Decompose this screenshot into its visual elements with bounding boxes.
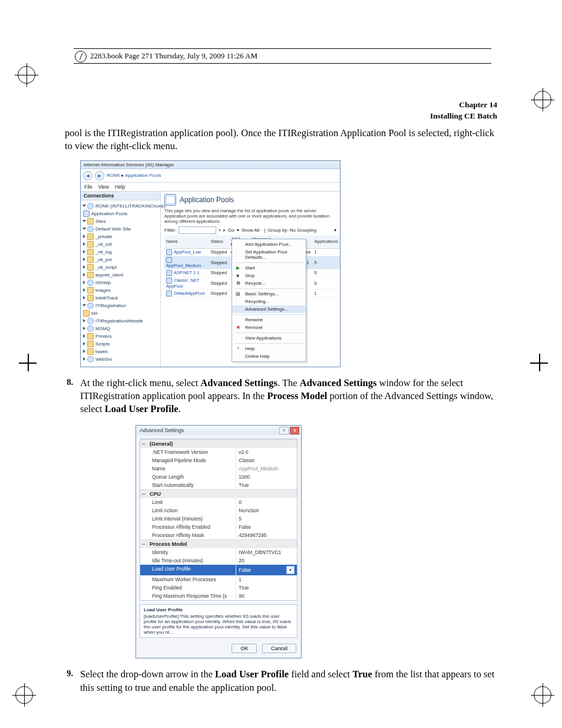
ctx-view-apps[interactable]: View Applications <box>232 334 306 342</box>
tree-node[interactable]: Scripts <box>95 341 110 347</box>
registration-mark <box>18 66 35 84</box>
prop-row[interactable]: NameAppPool_Medium <box>140 465 297 473</box>
ctx-recycle[interactable]: ♻Recycle... <box>232 279 306 287</box>
tree-server[interactable]: RONK (INTELLITRACKINC\ronk) <box>95 203 166 209</box>
tree-apppools[interactable]: Application Pools <box>91 211 127 216</box>
step-body: Select the drop-down arrow in the Load U… <box>80 668 497 694</box>
group-by-label[interactable]: Group by: No Grouping <box>267 228 316 233</box>
tree-node[interactable]: aspnet_client <box>95 272 123 278</box>
show-all-button[interactable]: Show All <box>242 228 260 233</box>
ctx-basic-settings[interactable]: ▤Basic Settings... <box>232 290 306 298</box>
tree-node[interactable]: ITIRegistration <box>95 303 126 308</box>
app-icon <box>87 356 94 363</box>
nav-forward-button[interactable]: ► <box>95 171 104 180</box>
dialog-help-button[interactable]: ? <box>279 427 289 434</box>
folder-icon <box>87 218 94 225</box>
ctx-set-defaults[interactable]: Set Application Pool Defaults... <box>232 248 306 261</box>
dialog-close-button[interactable]: ✕ <box>290 427 299 434</box>
site-icon <box>87 226 94 232</box>
crumb-leaf[interactable]: Application Pools <box>125 173 161 178</box>
tree-node[interactable]: images <box>95 288 111 293</box>
ctx-stop[interactable]: ■Stop <box>232 272 306 279</box>
tree-node[interactable]: bin <box>91 311 98 316</box>
col-status[interactable]: Status <box>209 235 229 249</box>
tree-node[interactable]: MSMQ <box>95 326 110 331</box>
app-icon <box>87 302 94 309</box>
ctx-rename[interactable]: Rename <box>232 316 306 324</box>
cancel-button[interactable]: Cancel <box>262 644 296 653</box>
registration-mark <box>534 686 551 704</box>
tree-node[interactable]: _private <box>95 234 112 239</box>
prop-row[interactable]: Queue Length1000 <box>140 473 297 481</box>
col-apps[interactable]: Applications <box>313 235 340 249</box>
server-icon <box>87 203 94 209</box>
tree-node[interactable]: _vti_log <box>95 249 112 255</box>
step-number: 9. <box>65 668 73 694</box>
nav-back-button[interactable]: ◄ <box>83 171 92 180</box>
tree-node[interactable]: WebSrv <box>95 357 112 362</box>
header-ornament-icon <box>75 51 87 62</box>
tree-node[interactable]: Printers <box>95 334 112 339</box>
nav-bar: ◄ ► RONK ▸ Application Pools <box>81 169 340 183</box>
tree-node[interactable]: IISHelp <box>95 280 111 285</box>
crumb-root[interactable]: RONK <box>107 173 120 178</box>
filter-input[interactable] <box>178 226 216 234</box>
ctx-advanced-settings[interactable]: Advanced Settings... <box>232 305 306 313</box>
menu-bar: File View Help <box>81 183 340 192</box>
tree-node[interactable]: ITIRegistrationWebsite <box>95 318 143 324</box>
prop-row[interactable]: IdentityIWAM_DBN7TVC1 <box>140 548 297 556</box>
folder-icon <box>87 272 94 278</box>
prop-row[interactable]: Processor Affinity Mask4294967295 <box>140 531 297 539</box>
play-icon: ▶ <box>235 265 241 271</box>
tree-node[interactable]: tsweb <box>95 349 108 354</box>
prop-row[interactable]: .NET Framework Versionv2.0 <box>140 448 297 456</box>
category-cpu[interactable]: CPU <box>140 489 297 498</box>
ctx-start[interactable]: ▶Start <box>232 264 306 272</box>
registration-mark <box>534 91 551 108</box>
prop-row[interactable]: Maximum Worker Processes1 <box>140 575 297 584</box>
prop-row[interactable]: Managed Pipeline ModeClassic <box>140 456 297 465</box>
breadcrumb[interactable]: RONK ▸ Application Pools <box>107 173 161 178</box>
prop-row[interactable]: Limit ActionNoAction <box>140 506 297 515</box>
dropdown-button[interactable]: ▾ <box>286 566 295 574</box>
prop-row[interactable]: Limit Interval (minutes)5 <box>140 515 297 523</box>
prop-row[interactable]: Ping Maximum Response Time (s90 <box>140 592 297 600</box>
iis-manager-screenshot: Internet Information Services (IIS) Mana… <box>80 160 340 367</box>
ctx-add-pool[interactable]: Add Application Pool... <box>232 241 306 248</box>
menu-file[interactable]: File <box>84 184 92 190</box>
prop-row-load-user-profile[interactable]: Load User Profile False▾ <box>140 565 297 575</box>
filter-label: Filter: <box>164 228 176 233</box>
folder-icon <box>87 249 94 255</box>
menu-help[interactable]: Help <box>115 184 125 190</box>
main-pane-title: Application Pools <box>180 196 234 204</box>
app-icon <box>87 318 94 324</box>
cross-mark <box>19 354 37 371</box>
tree-sites[interactable]: Sites <box>95 219 106 224</box>
ctx-online-help[interactable]: Online Help <box>232 353 306 360</box>
go-button[interactable]: Go <box>228 228 234 233</box>
category-process-model[interactable]: Process Model <box>140 539 297 548</box>
filter-row: Filter: ▾ ▸Go ▾ Show All | Group by: No … <box>164 226 340 234</box>
tree-default-site[interactable]: Default Web Site <box>95 226 131 232</box>
ok-button[interactable]: OK <box>232 644 257 653</box>
tree-node[interactable]: _vti_script <box>95 265 117 270</box>
tree-node[interactable]: _vti_cnf <box>95 242 112 247</box>
tree-node[interactable]: IntelliTrack <box>95 295 118 301</box>
book-header-text: 2283.book Page 271 Thursday, July 9, 200… <box>90 51 257 60</box>
app-icon <box>87 325 94 332</box>
ctx-recycling[interactable]: Recycling... <box>232 298 306 305</box>
pool-icon <box>166 278 172 284</box>
tree-node[interactable]: _vti_pvt <box>95 257 112 262</box>
stop-icon: ■ <box>235 273 241 278</box>
category-general[interactable]: (General) <box>140 439 297 448</box>
prop-row[interactable]: Start AutomaticallyTrue <box>140 481 297 489</box>
ctx-help[interactable]: ?Help <box>232 345 306 353</box>
prop-row[interactable]: Ping EnabledTrue <box>140 584 297 592</box>
book-header: 2283.book Page 271 Thursday, July 9, 200… <box>74 48 491 64</box>
ctx-remove[interactable]: ✖Remove <box>232 324 306 331</box>
prop-row[interactable]: Idle Time-out (minutes)20 <box>140 556 297 565</box>
prop-row[interactable]: Processor Affinity EnabledFalse <box>140 523 297 531</box>
menu-view[interactable]: View <box>98 184 109 190</box>
col-name[interactable]: Name <box>164 235 209 249</box>
prop-row[interactable]: Limit0 <box>140 498 297 506</box>
